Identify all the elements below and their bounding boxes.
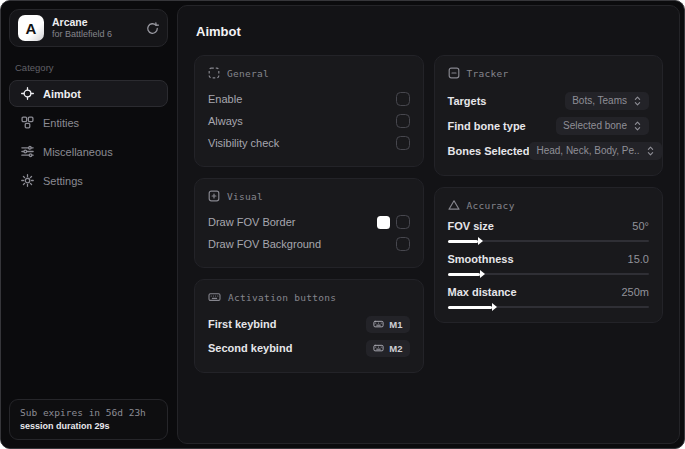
enable-checkbox[interactable] [396, 92, 410, 106]
setting-row-second-keybind: Second keybind M2 [208, 336, 410, 360]
keybind-value: M2 [389, 343, 402, 354]
second-keybind-button[interactable]: M2 [366, 340, 409, 357]
setting-label: First keybind [208, 318, 276, 330]
setting-label: Targets [448, 95, 487, 107]
right-column: Tracker Targets Bots, Teams [434, 55, 664, 323]
subscription-info: Sub expires in 56d 23h session duration … [9, 399, 168, 440]
activation-buttons-card: Activation buttons First keybind M1 [194, 279, 424, 373]
max-distance-slider[interactable] [448, 306, 650, 308]
slider-fill[interactable] [448, 240, 478, 243]
general-card: General Enable Always Visibility check [194, 55, 424, 167]
targets-select[interactable]: Bots, Teams [565, 92, 649, 110]
setting-label: Draw FOV Border [208, 216, 295, 228]
chevron-up-down-icon [633, 95, 642, 107]
category-label: Category [15, 62, 162, 73]
draw-fov-border-checkbox[interactable] [396, 215, 410, 229]
sidebar-item-label: Settings [43, 175, 83, 187]
refresh-icon[interactable] [146, 22, 159, 35]
tracker-card-title: Tracker [467, 68, 509, 79]
sidebar-item-miscellaneous[interactable]: Miscellaneous [9, 138, 168, 165]
general-card-header: General [208, 67, 410, 79]
setting-label: Find bone type [448, 120, 526, 132]
sidebar-item-label: Entities [43, 117, 79, 129]
left-column: General Enable Always Visibility check [194, 55, 424, 373]
gear-icon [21, 174, 34, 187]
slider-head: Max distance 250m [448, 286, 650, 298]
sidebar-item-label: Miscellaneous [43, 146, 113, 158]
setting-label: Draw FOV Background [208, 238, 321, 250]
visual-card-title: Visual [227, 191, 263, 202]
keyboard-icon [373, 319, 384, 329]
general-card-title: General [227, 68, 269, 79]
slider-fill[interactable] [448, 306, 492, 309]
slider-label: FOV size [448, 220, 494, 232]
select-value: Bots, Teams [572, 95, 627, 106]
visual-card-header: Visual [208, 190, 410, 202]
draw-fov-background-checkbox[interactable] [396, 237, 410, 251]
app-title-block: Arcane for Battlefield 6 [52, 16, 112, 40]
keyboard-icon [373, 343, 384, 353]
slider-head: Smoothness 15.0 [448, 253, 650, 265]
app-name: Arcane [52, 16, 112, 29]
slider-value: 250m [621, 286, 649, 298]
visibility-check-checkbox[interactable] [396, 136, 410, 150]
bones-selected-select[interactable]: Head, Neck, Body, Pe.. [529, 142, 661, 160]
find-bone-type-select[interactable]: Selected bone [556, 117, 649, 135]
activation-card-title: Activation buttons [228, 292, 336, 303]
setting-row-bones-selected: Bones Selected Head, Neck, Body, Pe.. [448, 138, 650, 163]
chevron-up-down-icon [633, 120, 642, 132]
visual-card: Visual Draw FOV Border Draw FOV Backgrou… [194, 178, 424, 268]
accuracy-card: Accuracy FOV size 50° Smoothness [434, 187, 664, 323]
setting-row-draw-fov-background: Draw FOV Background [208, 233, 410, 255]
fov-border-color-swatch[interactable] [377, 216, 390, 229]
sidebar-item-settings[interactable]: Settings [9, 167, 168, 194]
fov-border-controls [377, 215, 410, 229]
sliders-icon [21, 145, 34, 158]
sidebar: A Arcane for Battlefield 6 Category [1, 1, 176, 448]
sidebar-item-aimbot[interactable]: Aimbot [9, 80, 168, 107]
setting-row-always: Always [208, 110, 410, 132]
fov-size-slider-group: FOV size 50° [448, 220, 650, 242]
setting-row-first-keybind: First keybind M1 [208, 312, 410, 336]
sub-expires-text: Sub expires in 56d 23h [20, 407, 157, 418]
session-duration-text: session duration 29s [20, 421, 157, 431]
keyboard-icon [208, 291, 221, 303]
slider-value: 50° [632, 220, 649, 232]
setting-row-enable: Enable [208, 88, 410, 110]
app-logo-letter: A [26, 20, 37, 37]
main-panel: Aimbot General Enable [177, 5, 680, 444]
select-value: Selected bone [563, 120, 627, 131]
page-title: Aimbot [196, 24, 663, 39]
always-checkbox[interactable] [396, 114, 410, 128]
setting-label: Second keybind [208, 342, 292, 354]
app-header: A Arcane for Battlefield 6 [9, 9, 168, 47]
slider-fill[interactable] [448, 273, 480, 276]
app-logo: A [18, 15, 44, 41]
app-window: A Arcane for Battlefield 6 Category [0, 0, 685, 449]
setting-row-draw-fov-border: Draw FOV Border [208, 211, 410, 233]
content-columns: General Enable Always Visibility check [194, 55, 663, 373]
frame-plus-icon [208, 190, 220, 202]
setting-label: Enable [208, 93, 242, 105]
max-distance-slider-group: Max distance 250m [448, 286, 650, 308]
chevron-up-down-icon [646, 145, 655, 157]
smoothness-slider[interactable] [448, 273, 650, 275]
setting-label: Bones Selected [448, 145, 530, 157]
smoothness-slider-group: Smoothness 15.0 [448, 253, 650, 275]
keybind-value: M1 [389, 319, 402, 330]
setting-row-find-bone-type: Find bone type Selected bone [448, 113, 650, 138]
select-value: Head, Neck, Body, Pe.. [536, 145, 639, 156]
accuracy-card-title: Accuracy [467, 200, 515, 211]
sidebar-item-label: Aimbot [43, 88, 81, 100]
setting-label: Always [208, 115, 243, 127]
first-keybind-button[interactable]: M1 [366, 316, 409, 333]
crosshair-icon [21, 87, 34, 100]
tracker-card: Tracker Targets Bots, Teams [434, 55, 664, 176]
slider-label: Max distance [448, 286, 517, 298]
slider-value: 15.0 [628, 253, 649, 265]
tracker-card-header: Tracker [448, 67, 650, 79]
sidebar-item-entities[interactable]: Entities [9, 109, 168, 136]
entities-icon [21, 116, 34, 129]
fov-size-slider[interactable] [448, 240, 650, 242]
sidebar-nav: Aimbot Entities [9, 80, 168, 194]
